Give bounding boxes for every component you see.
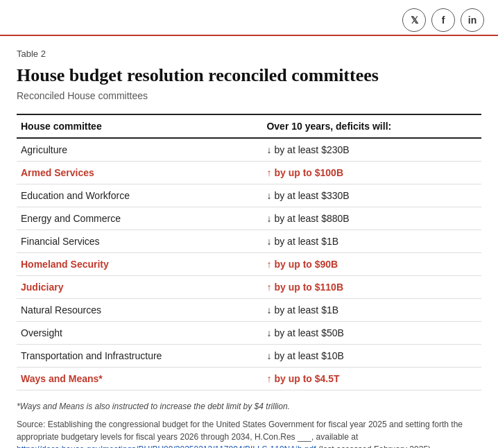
deficit-amount: by at least $1B	[274, 236, 338, 247]
table-row: Ways and Means*↑by up to $4.5T	[17, 368, 481, 390]
arrow-down-icon: ↓	[266, 236, 271, 247]
arrow-down-icon: ↓	[266, 304, 271, 316]
committee-name: Ways and Means*	[17, 368, 262, 390]
deficit-value: ↑by up to $100B	[262, 162, 481, 184]
deficit-value: ↓by at least $50B	[262, 322, 481, 345]
committee-name: Agriculture	[17, 138, 262, 162]
deficit-value: ↓by at least $230B	[262, 138, 481, 162]
arrow-up-icon: ↑	[266, 167, 271, 178]
deficit-amount: by up to $90B	[274, 259, 338, 270]
top-bar: 𝕏 f in	[0, 0, 498, 36]
table-row: Oversight↓by at least $50B	[17, 322, 481, 345]
arrow-up-icon: ↑	[266, 282, 271, 293]
committee-name: Financial Services	[17, 230, 262, 253]
committee-name: Oversight	[17, 322, 262, 345]
deficit-value: ↑by up to $110B	[262, 276, 481, 299]
committee-name: Natural Resources	[17, 299, 262, 322]
committee-name: Armed Services	[17, 162, 262, 184]
deficit-amount: by at least $10B	[274, 350, 343, 361]
deficit-amount: by up to $4.5T	[274, 373, 339, 384]
arrow-down-icon: ↓	[266, 327, 271, 338]
deficit-value: ↓by at least $330B	[262, 184, 481, 207]
arrow-down-icon: ↓	[266, 350, 271, 361]
main-content: Table 2 House budget resolution reconcil…	[0, 36, 498, 448]
col-deficit-header: Over 10 years, deficits will:	[262, 114, 481, 138]
deficit-amount: by at least $880B	[274, 213, 349, 224]
arrow-down-icon: ↓	[266, 190, 271, 201]
table-row: Financial Services↓by at least $1B	[17, 230, 481, 253]
source-label: Source: Establishing the congressional b…	[17, 420, 463, 442]
table-label: Table 2	[17, 49, 481, 59]
deficit-value: ↑by up to $90B	[262, 253, 481, 276]
deficit-value: ↓by at least $10B	[262, 345, 481, 368]
source-after: (last accessed February 2025).	[318, 445, 433, 448]
deficit-amount: by at least $1B	[274, 304, 338, 316]
deficit-value: ↓by at least $1B	[262, 230, 481, 253]
deficit-amount: by up to $110B	[274, 282, 343, 293]
footnote-text: *Ways and Means is also instructed to in…	[17, 400, 481, 413]
committee-name: Homeland Security	[17, 253, 262, 276]
table-row: Transportation and Infrastructure↓by at …	[17, 345, 481, 368]
arrow-up-icon: ↑	[266, 259, 271, 270]
arrow-down-icon: ↓	[266, 213, 271, 224]
table-row: Homeland Security↑by up to $90B	[17, 253, 481, 276]
source-link[interactable]: https://docs.house.gov/meetings/BU/BU00/…	[17, 445, 316, 448]
facebook-button[interactable]: f	[431, 8, 455, 32]
col-committee-header: House committee	[17, 114, 262, 138]
deficit-amount: by at least $230B	[274, 144, 349, 155]
table-row: Agriculture↓by at least $230B	[17, 138, 481, 162]
twitter-button[interactable]: 𝕏	[402, 8, 426, 32]
source-text: Source: Establishing the congressional b…	[17, 418, 481, 448]
table-row: Energy and Commerce↓by at least $880B	[17, 207, 481, 230]
committee-name: Energy and Commerce	[17, 207, 262, 230]
committee-name: Education and Workforce	[17, 184, 262, 207]
committee-name: Judiciary	[17, 276, 262, 299]
subtitle: Reconciled House committees	[17, 90, 481, 101]
arrow-up-icon: ↑	[266, 373, 271, 384]
deficit-value: ↑by up to $4.5T	[262, 368, 481, 390]
social-icons: 𝕏 f in	[402, 8, 484, 32]
committee-name: Transportation and Infrastructure	[17, 345, 262, 368]
linkedin-button[interactable]: in	[461, 8, 484, 32]
budget-table: House committee Over 10 years, deficits …	[17, 114, 481, 390]
footnote-section: *Ways and Means is also instructed to in…	[17, 400, 481, 448]
main-title: House budget resolution reconciled commi…	[17, 64, 481, 86]
deficit-amount: by up to $100B	[274, 167, 343, 178]
table-row: Education and Workforce↓by at least $330…	[17, 184, 481, 207]
table-row: Judiciary↑by up to $110B	[17, 276, 481, 299]
table-header-row: House committee Over 10 years, deficits …	[17, 114, 481, 138]
deficit-value: ↓by at least $880B	[262, 207, 481, 230]
deficit-value: ↓by at least $1B	[262, 299, 481, 322]
deficit-amount: by at least $330B	[274, 190, 349, 201]
table-row: Armed Services↑by up to $100B	[17, 162, 481, 184]
table-row: Natural Resources↓by at least $1B	[17, 299, 481, 322]
arrow-down-icon: ↓	[266, 144, 271, 155]
deficit-amount: by at least $50B	[274, 327, 343, 338]
